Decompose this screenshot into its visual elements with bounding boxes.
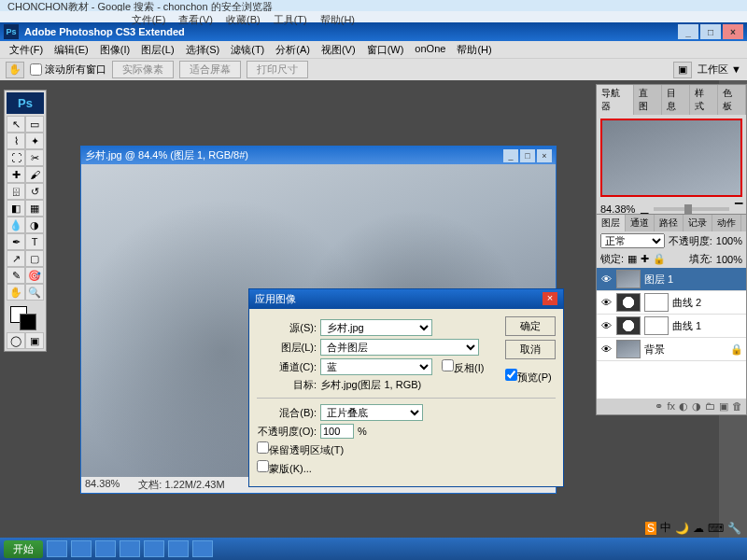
layer-group-icon[interactable]: 🗀	[705, 400, 715, 413]
taskbar-item[interactable]	[144, 540, 164, 557]
taskbar-item[interactable]	[120, 540, 140, 557]
layer-name[interactable]: 曲线 2	[672, 296, 701, 310]
opacity-input[interactable]	[320, 424, 354, 439]
tab-history[interactable]: 记录	[684, 215, 712, 231]
taskbar-item[interactable]	[71, 540, 92, 557]
heal-tool[interactable]: ✚	[7, 166, 25, 183]
layer-thumb[interactable]	[616, 340, 641, 358]
browser-menu-fav[interactable]: 收藏(B)	[226, 13, 261, 21]
blend-select[interactable]: 正片叠底	[320, 404, 423, 421]
fit-screen-button[interactable]: 适合屏幕	[179, 61, 241, 78]
new-layer-icon[interactable]: ▣	[719, 400, 728, 413]
visibility-icon[interactable]: 👁	[599, 273, 613, 285]
blur-tool[interactable]: 💧	[7, 217, 25, 233]
opacity-panel-value[interactable]: 100%	[716, 235, 742, 246]
eyedropper-tool[interactable]: 🎯	[25, 267, 44, 284]
quickmask-tool[interactable]: ◯	[7, 332, 25, 349]
lasso-tool[interactable]: ⌇	[7, 133, 25, 149]
tool-icon[interactable]: 🔧	[727, 522, 741, 535]
visibility-icon[interactable]: 👁	[599, 343, 613, 355]
menu-filter[interactable]: 滤镜(T)	[227, 43, 268, 56]
workspace-dropdown[interactable]: 工作区 ▼	[698, 63, 741, 77]
notes-tool[interactable]: ✎	[7, 267, 25, 284]
history-brush-tool[interactable]: ↺	[25, 183, 44, 200]
cloud-icon[interactable]: ☁	[693, 522, 704, 535]
navigator-zoom-value[interactable]: 84.38%	[600, 203, 635, 215]
menu-layer[interactable]: 图层(L)	[137, 43, 177, 56]
eraser-tool[interactable]: ◧	[7, 200, 25, 217]
actual-pixels-button[interactable]: 实际像素	[112, 61, 174, 78]
menu-file[interactable]: 文件(F)	[6, 43, 47, 56]
hand-tool-icon[interactable]: ✋	[6, 62, 24, 78]
layer-select[interactable]: 合并图层	[320, 339, 479, 356]
layer-row[interactable]: 👁曲线 1	[597, 315, 746, 338]
keyboard-icon[interactable]: ⌨	[708, 522, 724, 535]
lock-pixels-icon[interactable]: ▦	[627, 253, 637, 265]
channel-select[interactable]: 蓝	[320, 358, 432, 375]
browser-menu-file[interactable]: 文件(E)	[132, 13, 166, 21]
layer-row[interactable]: 👁曲线 2	[597, 291, 746, 315]
stamp-tool[interactable]: ⌹	[7, 183, 25, 200]
taskbar-item[interactable]	[47, 540, 67, 557]
zoom-tool[interactable]: 🔍	[25, 284, 44, 301]
menu-window[interactable]: 窗口(W)	[363, 43, 408, 56]
color-swatches[interactable]	[7, 304, 44, 332]
marquee-tool[interactable]: ▭	[25, 116, 44, 133]
invert-checkbox[interactable]: 反相(I)	[442, 359, 484, 375]
browser-tab-title[interactable]: CHONCHON教材 - Google 搜索 - chonchon 的安全浏览器	[7, 0, 273, 11]
doc-min-button[interactable]: _	[503, 149, 518, 162]
slice-tool[interactable]: ✂	[25, 149, 44, 166]
menu-view[interactable]: 视图(V)	[317, 43, 359, 56]
tab-paths[interactable]: 路径	[655, 215, 684, 231]
close-button[interactable]: ×	[723, 24, 743, 39]
menu-onone[interactable]: onOne	[411, 43, 449, 56]
layer-name[interactable]: 曲线 1	[672, 319, 701, 333]
preserve-trans-checkbox[interactable]: 保留透明区域(T)	[257, 441, 344, 457]
dodge-tool[interactable]: ◑	[25, 217, 44, 233]
layer-thumb[interactable]	[616, 270, 641, 288]
moon-icon[interactable]: 🌙	[675, 522, 689, 535]
brush-tool[interactable]: 🖌	[25, 166, 44, 183]
adjustment-layer-icon[interactable]: ◑	[692, 400, 701, 413]
layer-name[interactable]: 背景	[644, 343, 665, 357]
doc-max-button[interactable]: □	[520, 149, 535, 162]
layer-name[interactable]: 图层 1	[644, 273, 673, 287]
wand-tool[interactable]: ✦	[25, 133, 44, 149]
mask-thumb[interactable]	[644, 316, 669, 335]
minimize-button[interactable]: _	[678, 24, 698, 39]
hand-tool[interactable]: ✋	[7, 284, 25, 301]
fill-value[interactable]: 100%	[716, 254, 742, 265]
taskbar-item[interactable]	[192, 540, 213, 557]
document-title-bar[interactable]: 乡村.jpg @ 84.4% (图层 1, RGB/8#) _□×	[81, 147, 556, 164]
bridge-icon[interactable]: ▣	[673, 62, 692, 78]
tab-navigator[interactable]: 导航器	[597, 85, 634, 115]
lock-position-icon[interactable]: ✚	[641, 253, 649, 265]
browser-menu-view[interactable]: 查看(V)	[178, 13, 213, 21]
layer-row[interactable]: 👁背景🔒	[597, 338, 746, 361]
move-tool[interactable]: ↖	[7, 116, 25, 133]
tab-swatches[interactable]: 色板	[718, 85, 746, 115]
dialog-close-button[interactable]: ×	[543, 292, 557, 305]
menu-help[interactable]: 帮助(H)	[453, 43, 495, 56]
ime-input-icon[interactable]: 中	[660, 520, 671, 536]
browser-menu-tools[interactable]: 工具(T)	[274, 13, 307, 21]
layer-fx-icon[interactable]: fx	[667, 400, 675, 413]
taskbar-item[interactable]	[95, 540, 116, 557]
tab-layers[interactable]: 图层	[597, 215, 626, 231]
pen-tool[interactable]: ✒	[7, 233, 25, 250]
mask-thumb[interactable]	[644, 293, 669, 312]
preview-checkbox[interactable]: 预览(P)	[505, 369, 556, 385]
tab-actions[interactable]: 动作	[712, 215, 741, 231]
zoom-readout[interactable]: 84.38%	[85, 478, 120, 492]
sogou-icon[interactable]: S	[645, 522, 656, 535]
layer-mask-icon[interactable]: ◐	[679, 400, 688, 413]
ok-button[interactable]: 确定	[505, 316, 556, 336]
mask-checkbox[interactable]: 蒙版(K)...	[257, 460, 312, 476]
navigator-thumbnail[interactable]	[600, 119, 742, 197]
print-size-button[interactable]: 打印尺寸	[247, 61, 308, 78]
type-tool[interactable]: T	[25, 233, 44, 250]
cancel-button[interactable]: 取消	[505, 340, 556, 359]
layer-row[interactable]: 👁图层 1	[597, 268, 746, 291]
tab-histogram[interactable]: 直图	[634, 85, 662, 115]
navigator-zoom-slider[interactable]	[654, 207, 729, 211]
